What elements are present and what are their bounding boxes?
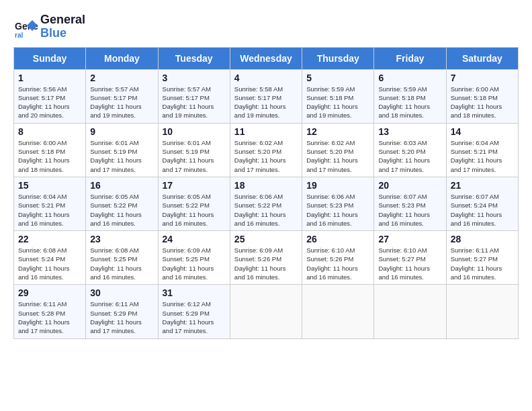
day-info: Sunrise: 6:10 AMSunset: 5:26 PMDaylight:… xyxy=(306,246,369,281)
calendar-cell: 18Sunrise: 6:06 AMSunset: 5:22 PMDayligh… xyxy=(230,177,302,230)
day-info: Sunrise: 6:07 AMSunset: 5:24 PMDaylight:… xyxy=(451,192,514,228)
day-number: 15 xyxy=(18,180,81,191)
day-number: 19 xyxy=(306,180,369,191)
day-info: Sunrise: 5:57 AMSunset: 5:17 PMDaylight:… xyxy=(163,85,226,120)
calendar-cell: 25Sunrise: 6:09 AMSunset: 5:26 PMDayligh… xyxy=(230,231,302,285)
calendar-header: SundayMondayTuesdayWednesdayThursdayFrid… xyxy=(14,47,519,69)
day-number: 6 xyxy=(378,73,441,83)
day-info: Sunrise: 6:01 AMSunset: 5:19 PMDaylight:… xyxy=(163,138,226,174)
day-info: Sunrise: 6:05 AMSunset: 5:22 PMDaylight:… xyxy=(163,192,226,228)
day-number: 11 xyxy=(234,126,298,137)
calendar-cell: 28Sunrise: 6:11 AMSunset: 5:27 PMDayligh… xyxy=(446,231,518,285)
calendar-cell: 11Sunrise: 6:02 AMSunset: 5:20 PMDayligh… xyxy=(230,123,302,177)
day-number: 10 xyxy=(163,126,226,137)
calendar-cell: 17Sunrise: 6:05 AMSunset: 5:22 PMDayligh… xyxy=(158,177,230,230)
day-number: 12 xyxy=(306,126,369,137)
calendar-table: SundayMondayTuesdayWednesdayThursdayFrid… xyxy=(13,47,519,339)
svg-text:ral: ral xyxy=(15,32,23,39)
day-number: 28 xyxy=(451,234,514,244)
calendar-cell xyxy=(374,285,446,338)
day-info: Sunrise: 5:57 AMSunset: 5:17 PMDaylight:… xyxy=(90,85,153,120)
logo-text-line1: General xyxy=(40,13,85,27)
page-header: Gene ral General Blue xyxy=(13,13,519,40)
calendar-cell: 1Sunrise: 5:56 AMSunset: 5:17 PMDaylight… xyxy=(14,69,86,123)
day-header-friday: Friday xyxy=(374,47,446,69)
day-number: 26 xyxy=(306,234,369,244)
calendar-cell: 23Sunrise: 6:08 AMSunset: 5:25 PMDayligh… xyxy=(86,231,158,285)
calendar-cell: 27Sunrise: 6:10 AMSunset: 5:27 PMDayligh… xyxy=(374,231,446,285)
day-number: 27 xyxy=(378,234,441,244)
calendar-row-5: 29Sunrise: 6:11 AMSunset: 5:28 PMDayligh… xyxy=(14,285,519,338)
day-info: Sunrise: 6:11 AMSunset: 5:27 PMDaylight:… xyxy=(451,246,514,281)
calendar-cell: 15Sunrise: 6:04 AMSunset: 5:21 PMDayligh… xyxy=(14,177,86,230)
day-info: Sunrise: 6:09 AMSunset: 5:25 PMDaylight:… xyxy=(163,246,226,281)
calendar-cell: 5Sunrise: 5:59 AMSunset: 5:18 PMDaylight… xyxy=(302,69,374,123)
day-number: 25 xyxy=(234,234,298,244)
day-info: Sunrise: 6:03 AMSunset: 5:20 PMDaylight:… xyxy=(378,138,441,174)
day-info: Sunrise: 6:11 AMSunset: 5:29 PMDaylight:… xyxy=(90,300,153,335)
day-header-wednesday: Wednesday xyxy=(230,47,302,69)
day-number: 2 xyxy=(90,73,153,83)
day-number: 16 xyxy=(90,180,153,191)
calendar-cell xyxy=(302,285,374,338)
calendar-cell xyxy=(230,285,302,338)
day-header-tuesday: Tuesday xyxy=(158,47,230,69)
day-header-thursday: Thursday xyxy=(302,47,374,69)
day-number: 8 xyxy=(18,126,81,137)
calendar-cell: 7Sunrise: 6:00 AMSunset: 5:18 PMDaylight… xyxy=(446,69,518,123)
day-number: 21 xyxy=(451,180,514,191)
day-number: 5 xyxy=(306,73,369,83)
calendar-row-1: 1Sunrise: 5:56 AMSunset: 5:17 PMDaylight… xyxy=(14,69,519,123)
day-info: Sunrise: 6:08 AMSunset: 5:25 PMDaylight:… xyxy=(90,246,153,281)
calendar-cell: 2Sunrise: 5:57 AMSunset: 5:17 PMDaylight… xyxy=(86,69,158,123)
day-info: Sunrise: 6:02 AMSunset: 5:20 PMDaylight:… xyxy=(306,138,369,174)
day-info: Sunrise: 6:08 AMSunset: 5:24 PMDaylight:… xyxy=(18,246,81,281)
calendar-cell: 13Sunrise: 6:03 AMSunset: 5:20 PMDayligh… xyxy=(374,123,446,177)
calendar-cell: 31Sunrise: 6:12 AMSunset: 5:29 PMDayligh… xyxy=(158,285,230,338)
calendar-cell: 29Sunrise: 6:11 AMSunset: 5:28 PMDayligh… xyxy=(14,285,86,338)
calendar-cell: 9Sunrise: 6:01 AMSunset: 5:19 PMDaylight… xyxy=(86,123,158,177)
day-number: 17 xyxy=(163,180,226,191)
calendar-row-4: 22Sunrise: 6:08 AMSunset: 5:24 PMDayligh… xyxy=(14,231,519,285)
calendar-cell: 30Sunrise: 6:11 AMSunset: 5:29 PMDayligh… xyxy=(86,285,158,338)
calendar-cell: 19Sunrise: 6:06 AMSunset: 5:23 PMDayligh… xyxy=(302,177,374,230)
day-number: 18 xyxy=(234,180,298,191)
day-info: Sunrise: 6:00 AMSunset: 5:18 PMDaylight:… xyxy=(451,85,514,120)
day-info: Sunrise: 6:01 AMSunset: 5:19 PMDaylight:… xyxy=(90,138,153,174)
day-info: Sunrise: 6:10 AMSunset: 5:27 PMDaylight:… xyxy=(378,246,441,281)
calendar-cell: 10Sunrise: 6:01 AMSunset: 5:19 PMDayligh… xyxy=(158,123,230,177)
day-number: 29 xyxy=(18,287,81,298)
day-header-monday: Monday xyxy=(86,47,158,69)
calendar-cell: 20Sunrise: 6:07 AMSunset: 5:23 PMDayligh… xyxy=(374,177,446,230)
day-info: Sunrise: 6:06 AMSunset: 5:23 PMDaylight:… xyxy=(306,192,369,228)
day-info: Sunrise: 6:09 AMSunset: 5:26 PMDaylight:… xyxy=(234,246,298,281)
calendar-cell: 8Sunrise: 6:00 AMSunset: 5:18 PMDaylight… xyxy=(14,123,86,177)
day-info: Sunrise: 6:04 AMSunset: 5:21 PMDaylight:… xyxy=(18,192,81,228)
day-number: 9 xyxy=(90,126,153,137)
day-number: 3 xyxy=(163,73,226,83)
day-header-saturday: Saturday xyxy=(446,47,518,69)
day-number: 22 xyxy=(18,234,81,244)
calendar-cell: 24Sunrise: 6:09 AMSunset: 5:25 PMDayligh… xyxy=(158,231,230,285)
day-number: 1 xyxy=(18,73,81,83)
calendar-cell: 14Sunrise: 6:04 AMSunset: 5:21 PMDayligh… xyxy=(446,123,518,177)
day-number: 31 xyxy=(163,287,226,298)
logo-icon: Gene ral xyxy=(13,15,38,39)
day-number: 20 xyxy=(378,180,441,191)
calendar-cell: 4Sunrise: 5:58 AMSunset: 5:17 PMDaylight… xyxy=(230,69,302,123)
calendar-cell: 6Sunrise: 5:59 AMSunset: 5:18 PMDaylight… xyxy=(374,69,446,123)
day-number: 7 xyxy=(451,73,514,83)
day-number: 24 xyxy=(163,234,226,244)
day-info: Sunrise: 5:58 AMSunset: 5:17 PMDaylight:… xyxy=(234,85,298,120)
day-info: Sunrise: 6:12 AMSunset: 5:29 PMDaylight:… xyxy=(163,300,226,335)
day-number: 13 xyxy=(378,126,441,137)
day-info: Sunrise: 6:07 AMSunset: 5:23 PMDaylight:… xyxy=(378,192,441,228)
logo-text-line2: Blue xyxy=(40,27,85,40)
calendar-cell: 3Sunrise: 5:57 AMSunset: 5:17 PMDaylight… xyxy=(158,69,230,123)
calendar-cell xyxy=(446,285,518,338)
calendar-cell: 22Sunrise: 6:08 AMSunset: 5:24 PMDayligh… xyxy=(14,231,86,285)
day-info: Sunrise: 6:06 AMSunset: 5:22 PMDaylight:… xyxy=(234,192,298,228)
day-header-sunday: Sunday xyxy=(14,47,86,69)
day-number: 30 xyxy=(90,287,153,298)
day-info: Sunrise: 6:02 AMSunset: 5:20 PMDaylight:… xyxy=(234,138,298,174)
